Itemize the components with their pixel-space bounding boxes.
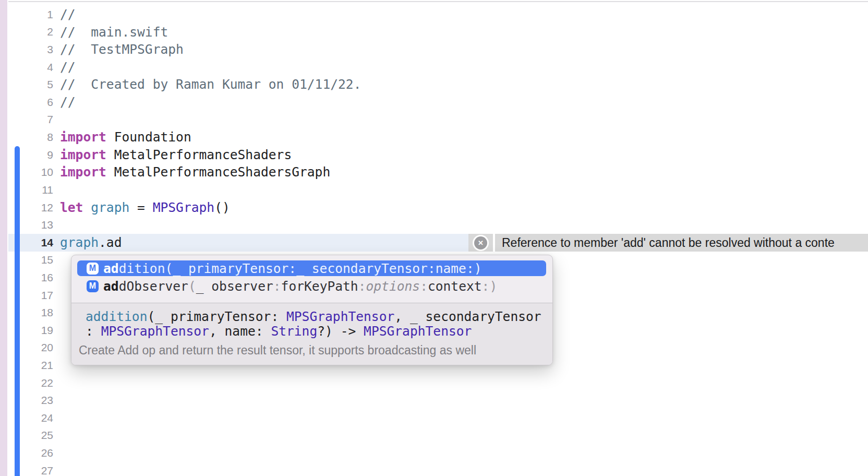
code-line: 7 [0,111,868,129]
completion-row[interactable]: MaddObserver(_ observer:forKeyPath:optio… [77,278,546,294]
code-line: 1// [0,6,868,23]
line-number[interactable]: 5 [0,78,53,91]
error-chip[interactable]: ✕ [468,234,493,252]
line-number[interactable]: 21 [0,359,53,372]
completion-doc-section: addition(_ primaryTensor: MPSGraphTensor… [71,303,552,365]
code-text[interactable]: graph.ad [60,234,122,252]
code-text[interactable]: import Foundation [60,128,191,146]
line-number[interactable]: 6 [0,96,53,109]
line-number[interactable]: 18 [0,306,53,319]
line-number[interactable]: 23 [0,394,53,407]
line-number[interactable]: 27 [0,465,53,476]
code-text[interactable]: // main.swift [60,23,168,41]
method-badge-icon: M [87,263,99,275]
code-line: 23 [0,391,868,409]
line-number[interactable]: 26 [0,447,53,459]
line-number[interactable]: 8 [0,131,53,144]
line-number[interactable]: 14 [0,236,53,249]
code-line: 26 [0,444,868,462]
code-text[interactable]: // [60,6,76,23]
code-line: 12let graph = MPSGraph() [0,199,868,217]
method-badge-icon: M [87,280,99,292]
completion-row-label: addition(_ primaryTensor:_ secondaryTens… [103,261,482,276]
line-number[interactable]: 22 [0,377,53,389]
code-line: 27 [0,462,868,476]
code-line: 22 [0,374,868,392]
line-number[interactable]: 10 [0,166,53,178]
line-number[interactable]: 7 [0,113,53,126]
code-text[interactable]: import MetalPerformanceShadersGraph [60,163,330,181]
line-number[interactable]: 4 [0,61,53,74]
code-line: 3// TestMPSGraph [0,41,868,58]
line-number[interactable]: 1 [0,8,53,21]
completion-row-label: addObserver(_ observer:forKeyPath:option… [103,279,497,294]
code-line: 8import Foundation [0,128,868,146]
code-line: 5// Created by Raman Kumar on 01/11/22. [0,76,868,93]
error-x-circle-icon[interactable]: ✕ [474,236,487,249]
line-number[interactable]: 16 [0,271,53,284]
line-number[interactable]: 11 [0,184,53,196]
line-number[interactable]: 13 [0,219,53,231]
code-line: 9import MetalPerformanceShaders [0,146,868,164]
line-number[interactable]: 25 [0,429,53,442]
line-number[interactable]: 20 [0,341,53,354]
code-text[interactable]: import MetalPerformanceShaders [60,146,292,164]
code-line: 11 [0,181,868,199]
line-number[interactable]: 3 [0,43,53,56]
code-line: 6// [0,93,868,111]
line-number[interactable]: 17 [0,289,53,302]
code-text[interactable]: // Created by Raman Kumar on 01/11/22. [60,76,361,93]
code-line: 25 [0,427,868,445]
line-number[interactable]: 15 [0,254,53,266]
line-number[interactable]: 12 [0,201,53,214]
method-doc-summary: Create Add op and return the result tens… [79,343,552,358]
line-number[interactable]: 2 [0,26,53,38]
code-line: 4// [0,58,868,76]
completion-rows: Maddition(_ primaryTensor:_ secondaryTen… [71,255,552,303]
code-text[interactable]: let graph = MPSGraph() [60,199,230,217]
method-declaration: addition(_ primaryTensor: MPSGraphTensor… [86,310,552,339]
code-line: 2// main.swift [0,23,868,41]
line-number[interactable]: 24 [0,412,53,424]
code-line: 13 [0,216,868,234]
code-line: 10import MetalPerformanceShadersGraph [0,163,868,181]
code-text[interactable]: // [60,93,76,111]
code-text[interactable]: // TestMPSGraph [60,41,184,58]
error-message-banner[interactable]: Reference to member 'add' cannot be reso… [495,234,868,252]
completion-row-selected[interactable]: Maddition(_ primaryTensor:_ secondaryTen… [77,260,546,276]
code-completion-popup: Maddition(_ primaryTensor:_ secondaryTen… [71,255,553,365]
line-number[interactable]: 19 [0,324,53,337]
line-number[interactable]: 9 [0,149,53,161]
code-line: 24 [0,409,868,427]
editor-top-border [8,1,868,2]
code-text[interactable]: // [60,58,76,76]
